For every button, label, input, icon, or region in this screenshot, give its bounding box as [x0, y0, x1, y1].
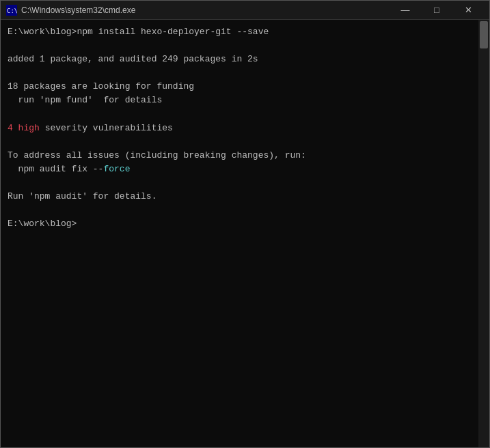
- close-button[interactable]: ✕: [452, 1, 484, 20]
- terminal-segment: E:\work\blog>: [8, 27, 77, 37]
- terminal-segment: npm audit fix --: [8, 164, 103, 174]
- terminal-segment: added 1 package, and audited 249 package…: [8, 54, 258, 64]
- cmd-window: C:\ C:\Windows\system32\cmd.exe — □ ✕ E:…: [0, 0, 490, 448]
- terminal-line: E:\work\blog>: [8, 217, 469, 231]
- terminal-line: 18 packages are looking for funding: [8, 80, 469, 94]
- cmd-icon: C:\: [6, 5, 17, 16]
- title-bar: C:\ C:\Windows\system32\cmd.exe — □ ✕: [1, 1, 489, 20]
- terminal-line: E:\work\blog>npm install hexo-deployer-g…: [8, 25, 469, 39]
- terminal-line: [8, 66, 469, 80]
- terminal-segment: 4: [8, 123, 18, 133]
- window-title: C:\Windows\system32\cmd.exe: [21, 5, 390, 15]
- terminal-segment: npm install hexo-deployer-git --save: [77, 27, 269, 37]
- terminal-segment: force: [103, 164, 130, 174]
- terminal-line: Run 'npm audit' for details.: [8, 190, 469, 204]
- scrollbar[interactable]: [478, 20, 489, 447]
- terminal-line: 4 high severity vulnerabilities: [8, 122, 469, 135]
- svg-text:C:\: C:\: [7, 8, 17, 14]
- terminal-line: added 1 package, and audited 249 package…: [8, 53, 469, 66]
- terminal-segment: To address all issues (including breakin…: [8, 150, 306, 160]
- terminal-segment: high: [18, 123, 40, 133]
- terminal-segment: run 'npm fund' for details: [8, 95, 162, 105]
- terminal-line: run 'npm fund' for details: [8, 94, 469, 107]
- terminal-line: [8, 204, 469, 217]
- terminal-line: [8, 39, 469, 53]
- terminal-body[interactable]: E:\work\blog>npm install hexo-deployer-g…: [1, 20, 489, 447]
- terminal-segment: severity vulnerabilities: [40, 123, 173, 133]
- scrollbar-thumb[interactable]: [480, 21, 488, 48]
- terminal-line: [8, 176, 469, 190]
- terminal-segment: 18 packages are looking for funding: [8, 81, 194, 92]
- terminal-line: [8, 108, 469, 122]
- terminal-segment: E:\work\blog>: [8, 219, 77, 229]
- terminal-segment: Run 'npm audit' for details.: [8, 191, 156, 201]
- terminal-line: npm audit fix --force: [8, 163, 469, 176]
- window-controls: — □ ✕: [390, 1, 484, 20]
- maximize-button[interactable]: □: [421, 1, 452, 20]
- terminal-line: [8, 135, 469, 149]
- terminal-output: E:\work\blog>npm install hexo-deployer-g…: [8, 25, 482, 231]
- terminal-line: To address all issues (including breakin…: [8, 149, 469, 163]
- minimize-button[interactable]: —: [390, 1, 421, 20]
